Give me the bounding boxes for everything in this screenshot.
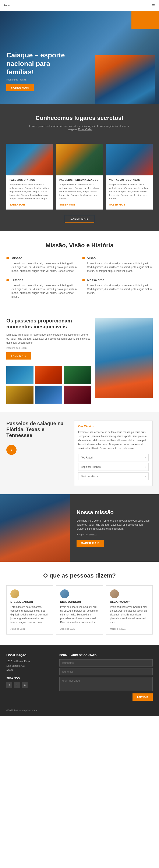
tours-left: Os passeios proporcionam momentos inesqu… bbox=[6, 318, 91, 404]
secret-text: Lorem ipsum dolor sit amet, consectetur … bbox=[27, 125, 132, 131]
footer-address-3: 92078 bbox=[6, 669, 53, 673]
footer-location-col: localização 1525 La Bonita Drive San Mar… bbox=[6, 654, 53, 701]
footer-name-input[interactable] bbox=[59, 659, 153, 666]
mission-grid: Missão Lorem ipsum dolor sit amet, conse… bbox=[6, 256, 153, 299]
avatar-2 bbox=[60, 589, 69, 598]
mission-dot-3 bbox=[6, 279, 9, 281]
testimonials-title: O que as pessoas dizem? bbox=[6, 572, 153, 579]
hero-secondary-image bbox=[95, 55, 155, 104]
tours-right-image bbox=[95, 318, 153, 398]
cards-row: PASSEIOS DIÁRIOS Suspendisse sed accumsa… bbox=[6, 144, 153, 210]
card-image-2 bbox=[56, 144, 103, 176]
card-text-2: Suspendisse sed accumsan est a pellente … bbox=[59, 183, 100, 200]
card-image-1 bbox=[6, 144, 53, 176]
card-link-3[interactable]: SABER MAIS bbox=[109, 203, 125, 206]
testimonials-section: O que as pessoas dizem? STELLA LARSON Lo… bbox=[0, 562, 159, 645]
mission-item-4: Nossa time Lorem ipsum dolor sit amet, c… bbox=[82, 278, 153, 299]
mission-text-2: Lorem ipsum dolor sit amet, consectetur … bbox=[87, 261, 153, 273]
footer-bottom: ©2021 Política de privacidade bbox=[6, 705, 153, 712]
tours-grid-img-5 bbox=[35, 385, 62, 404]
footer-email-input[interactable] bbox=[59, 668, 153, 675]
florida-field-2[interactable]: Beginner Friendly › bbox=[78, 463, 149, 471]
testimonial-1: STELLA LARSON Lorem ipsum dolor sit amet… bbox=[6, 585, 53, 634]
mission-item-3: História Lorem ipsum dolor sit amet, con… bbox=[6, 278, 77, 299]
avatar-3 bbox=[110, 589, 119, 598]
mission-text-3: Lorem ipsum dolor sit amet, consectetur … bbox=[11, 283, 77, 299]
card-tag-2: PASSEIOS PERSONALIZADOS bbox=[59, 179, 100, 181]
mission2-cta-button[interactable]: SABER MAIS bbox=[76, 539, 104, 547]
testimonial-date-2: Julho de 2021 bbox=[60, 627, 75, 630]
instagram-icon[interactable]: in bbox=[22, 682, 28, 688]
testimonial-text-1: Lorem ipsum dolor sit amet, consectetur … bbox=[10, 605, 49, 624]
mission-heading-4: Nossa time bbox=[87, 278, 153, 282]
mission-dot-4 bbox=[82, 279, 85, 281]
tours-inner: Os passeios proporcionam momentos inesqu… bbox=[6, 318, 153, 404]
cards-cta-button[interactable]: SABER MAIS bbox=[65, 215, 94, 223]
mission2-content: Nossa missão Duis aute irure dolor in re… bbox=[76, 509, 153, 547]
mission-text-1: Lorem ipsum dolor sit amet, consectetur … bbox=[11, 261, 77, 273]
tours-credit: Imagens de Freepik bbox=[6, 347, 91, 349]
footer-contact-form: ENVIAR bbox=[59, 659, 153, 701]
florida-form-card: Our Mission Inventore sita acccenat in p… bbox=[74, 421, 153, 486]
footer: localização 1525 La Bonita Drive San Mar… bbox=[0, 645, 159, 716]
florida-inner: Passeios de caiaque na Flórida, Texas e … bbox=[6, 421, 153, 486]
footer-submit-button[interactable]: ENVIAR bbox=[132, 693, 153, 701]
footer-address-1: 1525 La Bonita Drive bbox=[6, 659, 53, 664]
hero-cta-button[interactable]: SABER MAIS bbox=[6, 84, 34, 91]
testimonials-row: STELLA LARSON Lorem ipsum dolor sit amet… bbox=[6, 585, 153, 634]
florida-title: Passeios de caiaque na Flórida, Texas e … bbox=[6, 421, 69, 438]
tours-grid-img-4 bbox=[6, 385, 33, 404]
card-image-3 bbox=[106, 144, 153, 176]
cards-btn-row: SABER MAIS bbox=[6, 215, 153, 223]
testimonial-text-2: Proin sed libero vel. Sed ut Ferdi da es… bbox=[60, 605, 99, 624]
florida-field-3[interactable]: Best Locations › bbox=[78, 472, 149, 480]
footer-columns: localização 1525 La Bonita Drive San Mar… bbox=[6, 654, 153, 701]
card-custom-tours: PASSEIOS PERSONALIZADOS Suspendisse sed … bbox=[56, 144, 103, 210]
secret-title: Conhecemos lugares secretos! bbox=[6, 115, 153, 121]
mission-item-1: Missão Lorem ipsum dolor sit amet, conse… bbox=[6, 256, 77, 273]
tours-text: Duis aute irure dolor in reprehenderit i… bbox=[6, 333, 91, 345]
card-link-2[interactable]: SABER MAIS bbox=[59, 203, 75, 206]
mission-dot-2 bbox=[82, 257, 85, 259]
secret-section: Conhecemos lugares secretos! Lorem ipsum… bbox=[0, 104, 159, 142]
testimonial-2: NICK JOHNSON Proin sed libero vel. Sed u… bbox=[56, 585, 103, 634]
florida-field-1[interactable]: Top Rated › bbox=[78, 454, 149, 461]
florida-orange-circle[interactable]: › bbox=[6, 445, 17, 455]
hero-image-credit: Imagem de Freepik bbox=[6, 79, 66, 81]
tours-cta-button[interactable]: FALE MAIS bbox=[6, 352, 31, 360]
logo: logo bbox=[4, 4, 10, 7]
hamburger-icon[interactable]: ≡ bbox=[152, 3, 155, 8]
footer-address-2: San Marcos, CA bbox=[6, 664, 53, 669]
mission-heading-3: História bbox=[11, 278, 77, 282]
footer-social-icons: f t in bbox=[6, 682, 53, 688]
testimonial-name-2: NICK JOHNSON bbox=[60, 600, 99, 603]
footer-copyright: ©2021 Política de privacidade bbox=[6, 709, 37, 712]
card-link-1[interactable]: SABER MAIS bbox=[9, 203, 26, 206]
tours-grid-img-1 bbox=[6, 366, 33, 384]
mission-text-4: Lorem ipsum dolor sit amet, consectetur … bbox=[87, 283, 153, 295]
card-self-guided: VISITAS AUTOGUIADAS Suspendisse sed accu… bbox=[106, 144, 153, 210]
facebook-icon[interactable]: f bbox=[6, 682, 12, 688]
card-text-1: Suspendisse sed accumsan est a pellente … bbox=[9, 183, 50, 200]
testimonial-name-3: OLGA IVANOVA bbox=[110, 600, 149, 603]
mission-dot-1 bbox=[6, 257, 9, 259]
hero-section: Caiaque – esporte nacional para famílias… bbox=[0, 11, 159, 104]
florida-form-text: Inventore sita acccenat in pellentesque … bbox=[78, 430, 149, 451]
footer-location-title: localização bbox=[6, 654, 53, 657]
mission2-title: Nossa missão bbox=[76, 509, 153, 516]
mission2-text: Duis aute irure dolor in reprehenderit i… bbox=[76, 519, 153, 531]
twitter-icon[interactable]: t bbox=[14, 682, 20, 688]
hero-content: Caiaque – esporte nacional para famílias… bbox=[6, 51, 66, 91]
florida-section: Passeios de caiaque na Flórida, Texas e … bbox=[0, 412, 159, 494]
testimonial-3: OLGA IVANOVA Proin sed libero vel. Sed u… bbox=[106, 585, 153, 634]
card-text-3: Suspendisse sed accumsan est a pellente … bbox=[109, 183, 150, 200]
testimonial-text-3: Proin sed libero vel. Sed ut Ferdi da es… bbox=[110, 605, 149, 624]
mission-heading-2: Visão bbox=[87, 256, 153, 260]
avatar-1 bbox=[10, 589, 19, 598]
mission-title: Missão, Visão e História bbox=[6, 242, 153, 249]
circle-arrow-icon: › bbox=[11, 447, 12, 452]
testimonial-date-3: Março de 2021 bbox=[110, 627, 126, 630]
footer-message-input[interactable] bbox=[59, 677, 153, 691]
tours-grid bbox=[6, 366, 91, 404]
tours-grid-img-2 bbox=[35, 366, 62, 384]
